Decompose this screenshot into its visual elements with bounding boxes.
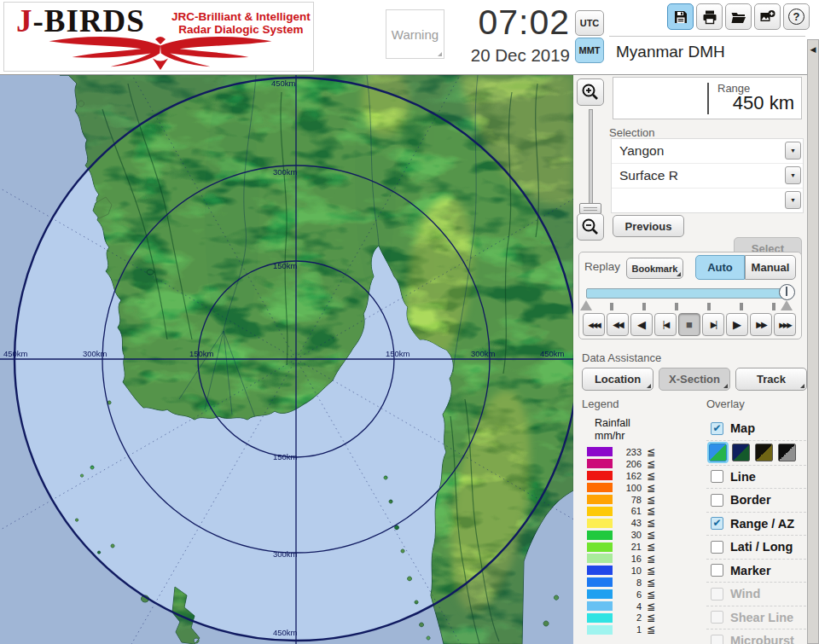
checkbox-range-az[interactable]: ✔ [711, 517, 723, 530]
legend-value: 100 [613, 483, 642, 493]
style-black-gray-swatch[interactable] [778, 444, 796, 461]
legend-value: 21 [613, 542, 642, 552]
overlay-item-label: Lati / Long [730, 540, 793, 554]
playback-rewind-button[interactable]: ◀◀ [607, 313, 629, 336]
slider-tick-icon [740, 303, 743, 310]
legend-row: 78≦ [587, 494, 698, 506]
playback-play-reverse-button[interactable]: ◀ [630, 313, 653, 336]
legend-value: 162 [613, 471, 642, 481]
bookmark-label: Bookmark [632, 264, 678, 274]
checkbox-line[interactable] [711, 470, 723, 483]
overlay-row-map: ✔Map [706, 417, 806, 441]
clock-time: 07:02 [433, 1, 570, 44]
zoom-slider-track[interactable] [589, 109, 593, 215]
checkbox-map[interactable]: ✔ [711, 422, 723, 435]
replay-label: Replay [584, 260, 620, 273]
legend-value: 1 [613, 624, 642, 635]
chevron-down-icon[interactable]: ▼ [785, 166, 801, 184]
utc-toggle-button[interactable]: UTC [575, 10, 604, 36]
save-button[interactable] [667, 3, 694, 30]
clock-date: 20 Dec 2019 [433, 44, 570, 67]
overlay-row-range-az: ✔Range / AZ [706, 513, 806, 537]
playback-stop-button[interactable]: ■ [678, 313, 700, 336]
playback-fast-forward-button[interactable]: ▶▶ [750, 313, 772, 336]
dropdown-site[interactable]: Yangon ▼ [612, 139, 803, 164]
legend-color-swatch [587, 495, 613, 504]
button-label: X-Section [669, 373, 720, 386]
legend-color-swatch [587, 554, 613, 563]
dropdown-extra[interactable]: ▼ [612, 189, 803, 212]
slider-tick-icon [707, 303, 711, 310]
slider-tick-icon [642, 303, 646, 310]
lte-symbol: ≦ [642, 482, 655, 494]
legend-value: 61 [613, 506, 642, 516]
checkbox-border[interactable] [711, 494, 723, 507]
print-button[interactable] [696, 3, 723, 30]
replay-slider-track[interactable] [586, 288, 793, 299]
playback-step-last-button[interactable]: ▶| [702, 313, 724, 336]
legend-color-swatch [587, 589, 613, 599]
rainfall-legend: 233≦206≦162≦100≦78≦61≦43≦30≦21≦16≦10≦8≦6… [587, 446, 698, 635]
corner-grip-icon [677, 272, 681, 276]
zoom-in-button[interactable] [577, 78, 604, 106]
selection-label: Selection [609, 126, 654, 139]
playback-skip-forward-fast-button[interactable]: ▶▶▶ [774, 313, 796, 336]
checkbox-microburst[interactable] [711, 635, 723, 644]
legend-row: 21≦ [587, 541, 698, 553]
track-button[interactable]: Track [735, 368, 807, 391]
legend-row: 4≦ [587, 600, 698, 612]
lte-symbol: ≦ [642, 505, 655, 517]
legend-value: 78 [613, 495, 642, 505]
location-button[interactable]: Location [582, 368, 653, 391]
playback-controls: ◀◀◀◀◀◀|◀■▶|▶▶▶▶▶▶ [583, 313, 799, 336]
button-label: Location [595, 373, 641, 386]
dropdown-product[interactable]: Surface R ▼ [612, 164, 803, 189]
chevron-down-icon[interactable]: ▼ [785, 191, 801, 209]
range-divider [707, 83, 709, 114]
style-navy-green-swatch[interactable] [732, 444, 750, 461]
legend-row: 233≦ [587, 446, 698, 458]
radar-map[interactable]: 450km300km150km150km300km450km450km300km… [0, 75, 573, 644]
replay-slider-thumb[interactable] [779, 284, 795, 300]
playback-play-button[interactable]: ▶ [726, 313, 748, 336]
x-section-button[interactable]: X-Section [659, 368, 730, 391]
auto-mode-button[interactable]: Auto [695, 255, 745, 280]
legend-value: 43 [613, 518, 642, 528]
playback-skip-back-fast-button[interactable]: ◀◀◀ [583, 313, 605, 336]
checkbox-marker[interactable] [711, 564, 723, 577]
bookmark-button[interactable]: Bookmark [626, 258, 683, 279]
legend-value: 206 [613, 459, 642, 469]
lte-symbol: ≦ [642, 565, 655, 577]
previous-button[interactable]: Previous [613, 215, 684, 237]
checkbox-lati-long[interactable] [711, 541, 723, 554]
playback-step-first-button[interactable]: |◀ [654, 313, 677, 336]
legend-row: 100≦ [587, 482, 698, 494]
chevron-down-icon[interactable]: ▼ [785, 142, 801, 160]
mmt-toggle-button[interactable]: MMT [575, 38, 604, 63]
print-icon [702, 9, 717, 25]
lte-symbol: ≦ [642, 517, 655, 529]
export-image-button[interactable] [754, 3, 781, 30]
ring-distance-label: 450km [3, 349, 28, 358]
legend-value: 10 [613, 566, 642, 576]
style-black-olive-swatch[interactable] [755, 444, 773, 461]
slider-start-marker-icon [580, 300, 592, 310]
slider-tick-icon [610, 303, 613, 310]
legend-value: 2 [613, 612, 642, 623]
style-color-swatch[interactable] [709, 444, 727, 461]
manual-mode-button[interactable]: Manual [745, 255, 796, 280]
help-button[interactable]: ? [783, 3, 810, 30]
lte-symbol: ≦ [642, 577, 655, 589]
panel-collapse-handle[interactable]: ◀ [807, 39, 819, 644]
ring-distance-label: 450km [540, 349, 565, 358]
checkbox-wind[interactable] [711, 588, 723, 600]
warning-label: Warning [392, 27, 439, 42]
zoom-out-button[interactable] [577, 213, 604, 241]
checkbox-shear-line[interactable] [711, 611, 723, 624]
overlay-item-label: Border [730, 493, 771, 507]
dropdown-site-value: Yangon [619, 143, 664, 159]
open-folder-icon [730, 9, 746, 25]
lte-symbol: ≦ [642, 458, 655, 470]
panel-divider [609, 36, 805, 37]
open-file-button[interactable] [725, 3, 752, 30]
